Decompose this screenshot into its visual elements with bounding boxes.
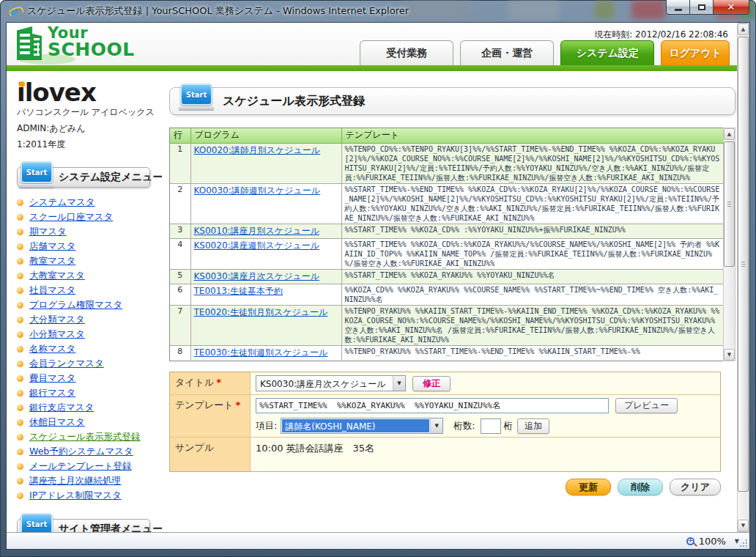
bullet-icon bbox=[17, 229, 23, 235]
scroll-thumb[interactable] bbox=[724, 141, 735, 267]
scroll-track[interactable] bbox=[724, 140, 735, 349]
row-number: 4 bbox=[170, 238, 190, 269]
row-number: 2 bbox=[170, 183, 190, 224]
delete-button[interactable]: 削除 bbox=[618, 479, 663, 495]
site-header: Your SCHOOL 現在時刻: 2012/02/16 22:08:46 受付… bbox=[7, 23, 737, 65]
scroll-up-arrow[interactable]: ▲ bbox=[738, 23, 749, 35]
sidebar-link[interactable]: 会員ランクマスタ bbox=[29, 358, 104, 370]
template-cell: %%KOZA_CD%% %%KOZA_RYAKU%% %%COURSE_NAME… bbox=[341, 284, 723, 305]
item-select[interactable]: 講師名(KOSHI_NAME) ▼ bbox=[281, 418, 443, 434]
main-nav-tabs: 受付業務 企画・運営 システム設定 ログアウト bbox=[360, 40, 730, 65]
nav-tab[interactable]: 受付業務 bbox=[360, 40, 453, 65]
sidebar-link[interactable]: 大分類マスタ bbox=[29, 314, 85, 326]
program-link[interactable]: KS0010:講座月別スケジュール bbox=[194, 226, 319, 236]
sidebar-link[interactable]: 小分類マスタ bbox=[29, 328, 85, 341]
table-row: 1 KO0020:講師月別スケジュール %%TENPO_CD%%:%%TENPO… bbox=[170, 143, 723, 183]
program-link[interactable]: TE0020:生徒別月別スケジュール bbox=[194, 307, 328, 317]
nav-tab[interactable]: ログアウト bbox=[661, 40, 730, 65]
title-label: タイトル* bbox=[170, 372, 251, 394]
bullet-icon bbox=[17, 493, 23, 499]
table-row: 3 KS0010:講座月別スケジュール %%START_TIME%% %%KOZ… bbox=[170, 224, 723, 238]
sidebar-item: 講座売上月次継続処理 bbox=[17, 473, 162, 488]
nav-tab[interactable]: システム設定 bbox=[560, 40, 654, 65]
current-time: 現在時刻: 2012/02/16 22:08:46 bbox=[594, 29, 728, 41]
template-input[interactable] bbox=[256, 398, 609, 413]
update-button[interactable]: 更新 bbox=[566, 479, 611, 495]
sidebar-link[interactable]: 費目マスタ bbox=[29, 372, 75, 385]
building-icon bbox=[17, 26, 42, 60]
close-button[interactable]: ✕ bbox=[714, 0, 749, 15]
program-link[interactable]: KS0020:講座週別スケジュール bbox=[194, 240, 319, 251]
digits-unit: 桁 bbox=[503, 420, 513, 432]
edit-form: タイトル* KS0030:講座月次スケジュール ▼ 修正 bbox=[169, 372, 721, 472]
program-link[interactable]: KS0030:講座月次スケジュール bbox=[194, 271, 319, 281]
table-row: 5 KS0030:講座月次スケジュール %%START_TIME%% %%KOZ… bbox=[170, 269, 723, 284]
scroll-down-arrow[interactable]: ▼ bbox=[738, 520, 749, 531]
template-row: テンプレート* プレビュー 項目: bbox=[170, 394, 720, 437]
bullet-icon bbox=[17, 214, 23, 221]
title-select[interactable]: KS0030:講座月次スケジュール ▼ bbox=[256, 375, 406, 391]
preview-button[interactable]: プレビュー bbox=[615, 398, 678, 413]
program-link[interactable]: KO0030:講師週別スケジュール bbox=[194, 185, 321, 196]
menu-title: システム設定メニュー bbox=[59, 171, 162, 184]
sidebar-item: 期マスタ bbox=[17, 224, 162, 239]
bullet-icon bbox=[17, 463, 23, 470]
add-button[interactable]: 追加 bbox=[517, 418, 549, 434]
maximize-button[interactable] bbox=[690, 0, 714, 15]
digits-label: 桁数: bbox=[453, 420, 475, 432]
clear-button[interactable]: クリア bbox=[670, 479, 721, 495]
col-header-row-no: 行 bbox=[170, 128, 190, 143]
nav-tab[interactable]: 企画・運営 bbox=[460, 40, 554, 65]
window-controls: ✕ bbox=[666, 0, 749, 15]
digits-input[interactable] bbox=[481, 418, 501, 434]
program-link[interactable]: TE0013:生徒基本予約 bbox=[194, 286, 284, 296]
sidebar-link[interactable]: 社員マスタ bbox=[29, 284, 75, 297]
scroll-down-arrow[interactable]: ▼ bbox=[724, 349, 735, 361]
sidebar-link[interactable]: システムマスタ bbox=[29, 196, 95, 209]
zoom-level[interactable]: 100% bbox=[699, 536, 726, 547]
sidebar-link[interactable]: 名称マスタ bbox=[29, 343, 75, 355]
laptop-base bbox=[179, 106, 214, 110]
sidebar-link[interactable]: 銀行支店マスタ bbox=[29, 402, 94, 414]
chevron-down-icon: ▼ bbox=[430, 418, 442, 433]
sidebar-link[interactable]: 店舗マスタ bbox=[29, 240, 75, 253]
sidebar-link[interactable]: プログラム権限マスタ bbox=[29, 299, 122, 311]
sidebar-link[interactable]: スケジュール表示形式登録 bbox=[29, 431, 140, 443]
close-icon: ✕ bbox=[727, 1, 735, 12]
table-scrollbar[interactable]: ▲ ▼ bbox=[723, 128, 735, 361]
sidebar-link[interactable]: Web予約システムマスタ bbox=[29, 446, 133, 458]
bullet-icon bbox=[17, 331, 23, 338]
item-label: 項目: bbox=[256, 420, 277, 432]
program-link[interactable]: TE0030:生徒別週別スケジュール bbox=[194, 347, 328, 358]
bullet-icon bbox=[17, 258, 23, 265]
page-scrollbar[interactable]: ▲ ▼ bbox=[737, 23, 749, 532]
bullet-icon bbox=[17, 405, 23, 411]
sidebar-item: 銀行支店マスタ bbox=[17, 400, 162, 415]
bullet-icon bbox=[17, 361, 23, 367]
start-laptop-icon: Start bbox=[19, 513, 54, 532]
sidebar-link[interactable]: 期マスタ bbox=[29, 226, 67, 238]
sidebar-link[interactable]: メールテンプレート登録 bbox=[29, 460, 132, 473]
page-viewport: Your SCHOOL 現在時刻: 2012/02/16 22:08:46 受付… bbox=[7, 23, 749, 532]
minimize-button[interactable] bbox=[666, 0, 690, 15]
resize-grip[interactable] bbox=[739, 539, 748, 547]
table-row: 6 TE0013:生徒基本予約 %%KOZA_CD%% %%KOZA_RYAKU… bbox=[170, 284, 723, 305]
sidebar-link[interactable]: IPアドレス制限マスタ bbox=[29, 490, 122, 502]
template-cell: %%START_TIME%%-%%END_TIME%% %%KOZA_CD%%:… bbox=[341, 183, 723, 224]
sidebar-link[interactable]: 休館日マスタ bbox=[29, 416, 85, 429]
scroll-up-arrow[interactable]: ▲ bbox=[724, 128, 735, 140]
sidebar-item: スクール口座マスタ bbox=[17, 210, 162, 224]
program-link[interactable]: KO0020:講師月別スケジュール bbox=[194, 145, 321, 155]
sidebar-item: Web予約システムマスタ bbox=[17, 444, 162, 459]
edit-button[interactable]: 修正 bbox=[412, 376, 451, 391]
sidebar-link[interactable]: 講座売上月次継続処理 bbox=[29, 475, 121, 487]
system-settings-menu-header: Start システム設定メニュー bbox=[17, 167, 150, 188]
sidebar-link[interactable]: 銀行マスタ bbox=[29, 387, 75, 399]
template-cell: %%TENPO_RYAKU%% %%START_TIME%%-%%END_TIM… bbox=[341, 345, 723, 360]
action-buttons: 更新 削除 クリア bbox=[169, 479, 721, 495]
scroll-thumb[interactable] bbox=[738, 37, 749, 492]
sidebar-link[interactable]: 教室マスタ bbox=[29, 255, 75, 268]
sidebar-link[interactable]: スクール口座マスタ bbox=[29, 211, 113, 224]
scroll-track[interactable] bbox=[738, 35, 749, 520]
sidebar-link[interactable]: 大教室マスタ bbox=[29, 270, 85, 282]
